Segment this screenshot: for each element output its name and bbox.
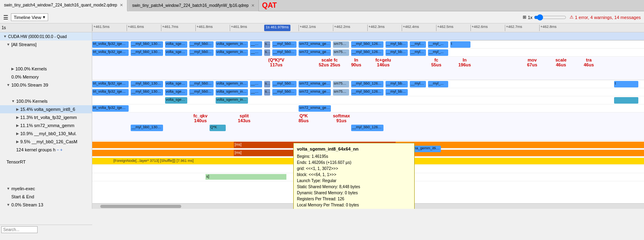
sidebar-item-myelin[interactable]: ▼ myelin-exec bbox=[0, 185, 92, 193]
block-as2-5[interactable]: volta_sgemm_int8_... bbox=[216, 49, 248, 56]
block-as2-10[interactable]: sm75_x... bbox=[333, 49, 349, 56]
row-all-streams-1[interactable]: trt_volta_fp32_igemm_i... __myl_bb0_130_… bbox=[92, 40, 644, 49]
block-as1-1[interactable]: trt_volta_fp32_igemm_i... bbox=[92, 41, 129, 48]
sidebar-item-kern3[interactable]: ▶ 11.1% sm72_xmma_gemm bbox=[0, 121, 92, 130]
sidebar-item-kern1[interactable]: ▶ 15.4% volta_sgemm_int8_6 bbox=[0, 105, 92, 113]
block-s39-2-4[interactable]: __myl_bb0_12... bbox=[189, 89, 214, 96]
block-as1-9[interactable]: sm72_xmma_gemm_i8i8_... bbox=[299, 41, 331, 48]
block-as1-14[interactable]: __myl_... bbox=[428, 41, 448, 48]
block-as2-3[interactable]: volta_sgemm_... bbox=[165, 49, 187, 56]
block-volta-sgemm-3[interactable] bbox=[614, 97, 638, 104]
zoom-slider[interactable] bbox=[534, 14, 566, 21]
block-s39-1-11[interactable]: __myl_bb0_126_Cas... bbox=[351, 81, 383, 87]
tab-2[interactable]: swin_tiny_patch4_window7_224_batch16_mod… bbox=[128, 0, 259, 11]
block-s39-1-7[interactable]: s... bbox=[264, 81, 270, 87]
error-info[interactable]: ⚠ 1 error, 4 warnings, 14 messages bbox=[570, 15, 641, 20]
block-lower-qk[interactable]: Q*K bbox=[210, 125, 226, 131]
block-s39-1-9[interactable]: sm72_xmma_gemm_i8i8_... bbox=[299, 81, 331, 87]
block-s39-2-10[interactable]: sm75_x... bbox=[333, 89, 349, 96]
tab-1-close[interactable]: ✕ bbox=[120, 3, 123, 7]
block-as2-14[interactable]: __myl_... bbox=[428, 49, 448, 56]
row-stream39-1[interactable]: trt_volta_fp32_igemm_i... __myl_bb0_130_… bbox=[92, 80, 644, 88]
block-as2-13[interactable]: __myl_bb... bbox=[410, 49, 426, 56]
block-s39-1-8[interactable]: __myl_bb0_12... bbox=[272, 81, 297, 87]
tab-2-close[interactable]: ✕ bbox=[251, 3, 254, 8]
block-as1-13[interactable]: __myl_bb... bbox=[410, 41, 426, 48]
right-panel[interactable]: +461.5ms +461.6ms +461.7ms +461.8ms +461… bbox=[92, 23, 644, 209]
block-s39-1-3[interactable]: volta_sgemm_... bbox=[165, 81, 187, 87]
sidebar-item-memory-all[interactable]: 0.0% Memory bbox=[0, 73, 92, 81]
block-as1-11[interactable]: __myl_bb0_126_Cas... bbox=[351, 41, 383, 48]
block-as2-2[interactable]: __myl_bb0_130_MulAdd... bbox=[131, 49, 163, 56]
block-s39-1-10[interactable]: sm75_x... bbox=[333, 81, 349, 87]
block-as2-12[interactable]: __myl_bb0... bbox=[386, 49, 408, 56]
row-trt-volta[interactable]: trt_volta_fp32_igemm_i... sm72_xmma_gemm… bbox=[92, 104, 644, 113]
hamburger-icon[interactable]: ☰ bbox=[3, 14, 8, 21]
block-s39-1-5[interactable]: volta_sgemm_int8_... bbox=[216, 81, 248, 87]
block-as2-6[interactable]: __myl_... bbox=[250, 49, 262, 56]
block-s39-2-11[interactable]: __myl_bb0_126_Cas... bbox=[351, 89, 383, 96]
block-as2-11[interactable]: __myl_bb0_126_Cas... bbox=[351, 49, 383, 56]
row-stream39-2[interactable]: trt_volta_fp32_igemm_i... __myl_bb0_130_… bbox=[92, 88, 644, 96]
block-volta-sgemm-2[interactable]: volta_sgemm_int8_... bbox=[216, 97, 248, 104]
block-as1-5[interactable]: volta_sgemm_int8_... bbox=[216, 41, 248, 48]
sidebar-item-stream13[interactable]: ▼ 0.0% Stream 13 bbox=[0, 201, 92, 209]
block-as2-8[interactable]: __myl_bb0_12... bbox=[272, 49, 297, 56]
block-s39-2-8[interactable]: __myl_bb0_12... bbox=[272, 89, 297, 96]
block-s39-1-13[interactable]: __myl_bb... bbox=[410, 81, 426, 87]
block-s39-1-14[interactable]: __myl_... bbox=[428, 81, 448, 87]
block-volta-sgemm-1[interactable]: volta_sgemm... bbox=[165, 97, 187, 104]
ruler-tick-highlighted: 1s 461.978ms bbox=[264, 25, 290, 31]
row-volta-sgemm[interactable]: volta_sgemm... volta_sgemm_int8_... bbox=[92, 96, 644, 104]
block-as2-1[interactable]: trt_volta_fp32_igemm_i... bbox=[92, 49, 129, 56]
block-s39-2-7[interactable]: s... bbox=[264, 89, 270, 96]
block-as1-2[interactable]: __myl_bb0_130_MulAdd... bbox=[131, 41, 163, 48]
block-s39-2-9[interactable]: sm72_xmma_gemm_i8i8_... bbox=[299, 89, 331, 96]
sidebar-item-kern-groups[interactable]: 124 kernel groups h − + bbox=[0, 146, 92, 154]
sidebar-item-kern4[interactable]: ▶ 10.9% __myl_bb0_130_Mul. bbox=[0, 130, 92, 138]
block-s39-1-4[interactable]: __myl_bb0_12... bbox=[189, 81, 214, 87]
block-as1-6[interactable]: __myl_... bbox=[250, 41, 262, 48]
block-s39-2-12[interactable]: __myl_bb0... bbox=[386, 89, 408, 96]
block-trt-volta-2[interactable]: sm72_xmma_gemm_i8i8_... bbox=[299, 105, 331, 112]
block-s39-1-15[interactable]: t bbox=[614, 81, 638, 87]
timeline-ruler: +461.5ms +461.6ms +461.7ms +461.8ms +461… bbox=[92, 23, 644, 32]
block-as1-8[interactable]: __myl_bb0_12... bbox=[272, 41, 297, 48]
block-as1-10[interactable]: sm75_x... bbox=[333, 41, 349, 48]
block-as1-4[interactable]: __myl_bb0_12... bbox=[189, 41, 214, 48]
sidebar-item-cuda-hw[interactable]: ▼ CUDA HW (0000:01:00.0 - Quad bbox=[0, 32, 92, 40]
sidebar-item-all-streams[interactable]: ▼ [All Streams] bbox=[0, 40, 92, 49]
block-s39-2-2[interactable]: __myl_bb0_130_MulAdd... bbox=[131, 89, 163, 96]
block-trt-volta-1[interactable]: trt_volta_fp32_igemm_i... bbox=[92, 105, 129, 112]
block-s39-2-3[interactable]: volta_sgemm_... bbox=[165, 89, 187, 96]
ruler-tick-11: +462.7ms bbox=[505, 25, 522, 31]
block-s39-2-5[interactable]: volta_sgemm_int8_... bbox=[216, 89, 248, 96]
sidebar-item-kernels-all[interactable]: ▶ 100.0% Kernels bbox=[0, 65, 92, 73]
block-lower-cas[interactable]: __myl_bb0_126_Cas... bbox=[351, 125, 383, 131]
sidebar-item-kern2[interactable]: ▶ 11.3% trt_volta_fp32_igemm bbox=[0, 113, 92, 121]
block-as1-7[interactable]: s... bbox=[264, 41, 270, 48]
row-all-streams-2[interactable]: trt_volta_fp32_igemm_i... __myl_bb0_130_… bbox=[92, 49, 644, 57]
add-remove-icon[interactable]: − + bbox=[57, 148, 62, 152]
block-as1-3[interactable]: volta_sgemm_... bbox=[165, 41, 187, 48]
sidebar-item-kernels-39[interactable]: ▼ 100.0% Kernels bbox=[0, 97, 92, 105]
block-s39-2-6[interactable]: __myl_... bbox=[250, 89, 262, 96]
sidebar-item-kern5[interactable]: ▶ 9.5% __myl_bb0_126_CasM bbox=[0, 138, 92, 146]
block-s39-1-1[interactable]: trt_volta_fp32_igemm_i... bbox=[92, 81, 129, 87]
block-as1-15[interactable]: t bbox=[450, 41, 470, 48]
block-s39-1-6[interactable]: __myl_... bbox=[250, 81, 262, 87]
view-select[interactable]: Timeline View ▾ bbox=[11, 13, 48, 21]
block-s39-1-12[interactable]: __myl_bb0... bbox=[386, 81, 408, 87]
block-as2-4[interactable]: __myl_bb0_12... bbox=[189, 49, 214, 56]
block-s39-2-1[interactable]: trt_volta_fp32_igemm_i... bbox=[92, 89, 129, 96]
sidebar-item-tensorrt[interactable]: TensorRT bbox=[0, 158, 92, 166]
sidebar-item-start-end[interactable]: Start & End bbox=[0, 193, 92, 201]
block-as2-9[interactable]: sm72_xmma_gemm_i8i8_... bbox=[299, 49, 331, 56]
block-as1-12[interactable]: __myl_bb0... bbox=[386, 41, 408, 48]
tab-1[interactable]: swin_tiny_patch4_window7_224_batch16_qua… bbox=[0, 0, 127, 11]
block-as2-7[interactable]: s... bbox=[264, 49, 270, 56]
block-s39-1-2[interactable]: __myl_bb0_130_MulAdd... bbox=[131, 81, 163, 87]
sidebar-item-stream39[interactable]: ▼ 100.0% Stream 39 bbox=[0, 81, 92, 89]
block-lower-1[interactable]: __myl_bb0_130_MulAdd... bbox=[131, 125, 163, 131]
scrollbar-thumb[interactable] bbox=[100, 205, 181, 208]
